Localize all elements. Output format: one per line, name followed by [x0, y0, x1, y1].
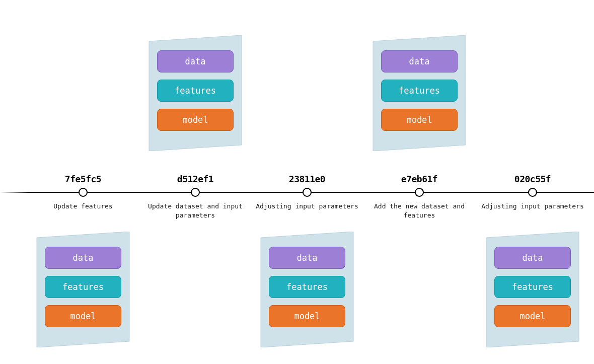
commit-dot-icon	[191, 188, 200, 197]
commit-dot-icon	[303, 188, 312, 197]
pill-stack: data features model	[381, 50, 458, 131]
pill-data: data	[157, 50, 234, 72]
pill-model: model	[157, 109, 234, 131]
pill-model: model	[269, 305, 345, 327]
commit-message: Adjusting input parameters	[252, 202, 362, 211]
commit-dot-icon	[415, 188, 424, 197]
commit-message: Adjusting input parameters	[477, 202, 588, 211]
pill-stack: data features model	[157, 50, 234, 131]
pill-data: data	[269, 247, 345, 269]
snapshot-card-0: data features model	[34, 232, 132, 347]
pill-model: model	[494, 305, 571, 327]
commit-message: Update dataset and input parameters	[140, 202, 251, 220]
commit-hash: 23811e0	[252, 174, 362, 184]
pill-features: features	[157, 80, 234, 102]
pill-features: features	[269, 276, 345, 298]
commit-dot-icon	[79, 188, 88, 197]
commit-message: Add the new dataset and features	[364, 202, 475, 220]
commit-hash: 020c55f	[477, 174, 588, 184]
pill-features: features	[381, 80, 458, 102]
snapshot-card-2: data features model	[258, 232, 356, 347]
pill-stack: data features model	[494, 247, 571, 327]
pill-data: data	[494, 247, 571, 269]
snapshot-card-3: data features model	[370, 35, 469, 151]
pill-stack: data features model	[269, 247, 345, 327]
snapshot-card-4: data features model	[483, 232, 582, 347]
commit-message: Update features	[28, 202, 138, 211]
pill-features: features	[45, 276, 121, 298]
commit-hash: e7eb61f	[364, 174, 475, 184]
timeline-line	[0, 192, 594, 193]
pill-model: model	[45, 305, 121, 327]
snapshot-card-1: data features model	[146, 35, 245, 151]
pill-data: data	[381, 50, 458, 72]
pill-data: data	[45, 247, 121, 269]
pill-stack: data features model	[45, 247, 121, 327]
commit-hash: d512ef1	[140, 174, 251, 184]
pill-features: features	[494, 276, 571, 298]
commit-hash: 7fe5fc5	[28, 174, 138, 184]
pill-model: model	[381, 109, 458, 131]
commit-dot-icon	[528, 188, 537, 197]
